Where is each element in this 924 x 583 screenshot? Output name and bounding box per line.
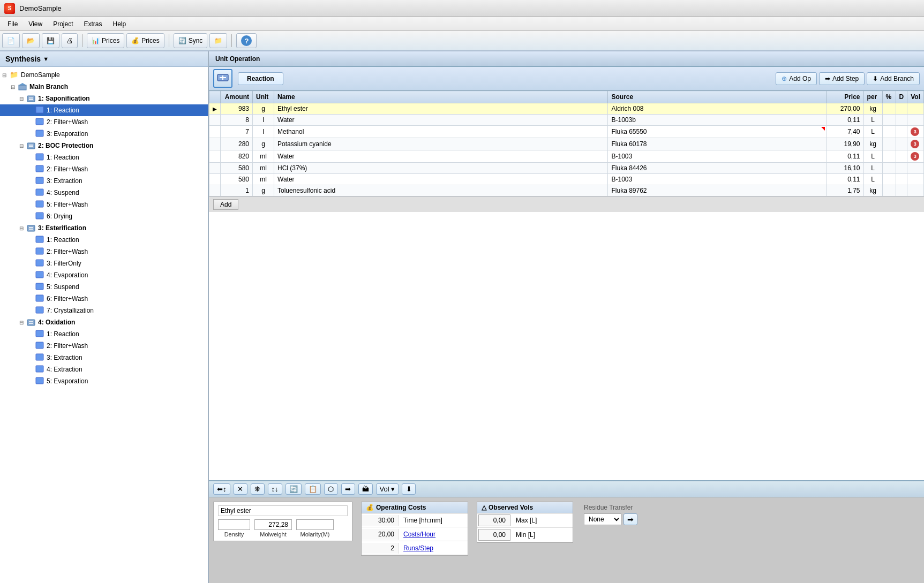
btn-delete[interactable]: ✕	[234, 483, 247, 495]
btn-hex[interactable]: ⬡	[324, 483, 338, 495]
table-cell-name[interactable]: Water	[274, 150, 608, 163]
tree-step-4-2[interactable]: 2: Filter+Wash	[0, 340, 208, 352]
table-cell-unit[interactable]: l	[253, 115, 274, 126]
tree-section-4[interactable]: ⊟ 4: Oxidation	[0, 316, 208, 328]
residue-select[interactable]: None	[584, 513, 621, 525]
table-cell-source[interactable]: Fluka 65550	[608, 126, 826, 138]
table-cell-name[interactable]: Toluenesulfonic acid	[274, 185, 608, 196]
table-cell-price[interactable]: 0,11	[826, 115, 863, 126]
op-runs-value[interactable]: 2	[362, 543, 399, 554]
table-cell-source[interactable]: Aldrich 008	[608, 103, 826, 115]
table-cell-price[interactable]: 1,75	[826, 185, 863, 196]
table-cell-amount[interactable]: 983	[221, 103, 253, 115]
col-per[interactable]: per	[863, 91, 882, 103]
tree-step-2-3[interactable]: 3: Extraction	[0, 175, 208, 187]
table-cell-unit[interactable]: g	[253, 103, 274, 115]
obs-min-input[interactable]	[478, 529, 510, 541]
menu-file[interactable]: File	[2, 19, 23, 29]
table-cell-amount[interactable]: 7	[221, 126, 253, 138]
tree-step-4-4[interactable]: 4: Extraction	[0, 364, 208, 375]
tree-step-3-4[interactable]: 4: Evaporation	[0, 269, 208, 281]
prices-button[interactable]: 💰 Prices	[126, 33, 164, 48]
table-cell-source[interactable]: Fluka 84426	[608, 163, 826, 174]
col-amount[interactable]: Amount	[221, 91, 253, 103]
tree-main-branch[interactable]: ⊟ Main Branch	[0, 81, 208, 93]
btn-copy[interactable]: ❋	[251, 483, 265, 495]
table-cell-per[interactable]: kg	[863, 138, 882, 150]
col-price[interactable]: Price	[826, 91, 863, 103]
reports-button[interactable]: 📊 Prices	[87, 33, 124, 48]
molweight-input[interactable]	[254, 519, 292, 530]
table-cell-price[interactable]: 16,10	[826, 163, 863, 174]
tree-step-3-1[interactable]: 1: Reaction	[0, 234, 208, 246]
btn-vol-up[interactable]: 🏔	[358, 483, 373, 495]
op-runs-label[interactable]: Runs/Step	[399, 543, 438, 554]
table-cell-name[interactable]: HCl (37%)	[274, 163, 608, 174]
table-cell-amount[interactable]: 580	[221, 174, 253, 185]
tree-step-3-6[interactable]: 6: Filter+Wash	[0, 293, 208, 305]
menu-extras[interactable]: Extras	[79, 19, 108, 29]
table-cell-source[interactable]: B-1003b	[608, 115, 826, 126]
table-cell-name[interactable]: Ethyl ester	[274, 103, 608, 115]
table-cell-price[interactable]: 270,00	[826, 103, 863, 115]
section2-expand[interactable]: ⊟	[19, 143, 27, 149]
tree-step-3-7[interactable]: 7: Crystallization	[0, 305, 208, 316]
tree-step-1-1[interactable]: 1: Reaction	[0, 104, 208, 116]
tree-step-4-1[interactable]: 1: Reaction	[0, 328, 208, 340]
section3-expand[interactable]: ⊟	[19, 225, 27, 231]
add-op-button[interactable]: ⊕ Add Op	[776, 72, 817, 85]
save-button[interactable]: 💾	[42, 33, 59, 48]
tree-section-3[interactable]: ⊟ 3: Esterification	[0, 222, 208, 234]
tree-step-3-5[interactable]: 5: Suspend	[0, 281, 208, 293]
table-cell-unit[interactable]: g	[253, 185, 274, 196]
table-cell-source[interactable]: Fluka 60178	[608, 138, 826, 150]
btn-sort[interactable]: ↕↓	[268, 483, 282, 495]
synthesis-dropdown-icon[interactable]: ▼	[43, 56, 49, 62]
table-cell-amount[interactable]: 820	[221, 150, 253, 163]
menu-project[interactable]: Project	[48, 19, 78, 29]
residue-arrow-button[interactable]: ➡	[623, 513, 637, 525]
btn-download[interactable]: ⬇	[402, 483, 416, 495]
menu-help[interactable]: Help	[108, 19, 132, 29]
root-expand-icon[interactable]: ⊟	[2, 72, 10, 78]
reaction-tab[interactable]: Reaction	[238, 72, 283, 85]
op-costs-hour-value[interactable]: 20,00	[362, 529, 399, 540]
open-button[interactable]: 📂	[22, 33, 40, 48]
browse-button[interactable]: 📁	[209, 33, 227, 48]
tree-step-4-5[interactable]: 5: Evaporation	[0, 375, 208, 387]
tree-step-2-6[interactable]: 6: Drying	[0, 210, 208, 222]
btn-move-left[interactable]: ⬅↕	[213, 483, 230, 495]
table-cell-per[interactable]: L	[863, 126, 882, 138]
tree-step-3-3[interactable]: 3: FilterOnly	[0, 258, 208, 269]
col-source[interactable]: Source	[608, 91, 826, 103]
add-step-button[interactable]: ➡ Add Step	[819, 72, 865, 85]
new-button[interactable]: 📄	[2, 33, 20, 48]
table-cell-price[interactable]: 7,40	[826, 126, 863, 138]
table-cell-name[interactable]: Potassium cyanide	[274, 138, 608, 150]
table-cell-price[interactable]: 19,90	[826, 138, 863, 150]
table-cell-price[interactable]: 0,11	[826, 150, 863, 163]
help-button[interactable]: ?	[236, 33, 257, 48]
table-cell-unit[interactable]: ml	[253, 150, 274, 163]
add-branch-button[interactable]: ⬇ Add Branch	[867, 72, 920, 85]
section1-expand[interactable]: ⊟	[19, 96, 27, 102]
btn-refresh[interactable]: 🔄	[286, 483, 302, 495]
table-cell-source[interactable]: B-1003	[608, 150, 826, 163]
table-cell-per[interactable]: kg	[863, 103, 882, 115]
col-percent[interactable]: %	[882, 91, 896, 103]
tree-step-4-3[interactable]: 3: Extraction	[0, 352, 208, 364]
tree-step-2-5[interactable]: 5: Filter+Wash	[0, 199, 208, 210]
table-cell-per[interactable]: L	[863, 150, 882, 163]
col-unit[interactable]: Unit	[253, 91, 274, 103]
op-time-value[interactable]: 30:00	[362, 515, 399, 526]
tree-step-2-2[interactable]: 2: Filter+Wash	[0, 163, 208, 175]
tree-section-1[interactable]: ⊟ 1: Saponification	[0, 93, 208, 104]
table-cell-per[interactable]: L	[863, 163, 882, 174]
molarity-input[interactable]	[296, 519, 334, 530]
table-cell-amount[interactable]: 580	[221, 163, 253, 174]
table-cell-per[interactable]: L	[863, 174, 882, 185]
add-button[interactable]: Add	[213, 199, 238, 210]
col-name[interactable]: Name	[274, 91, 608, 103]
table-cell-price[interactable]: 0,11	[826, 174, 863, 185]
col-d[interactable]: D	[896, 91, 907, 103]
